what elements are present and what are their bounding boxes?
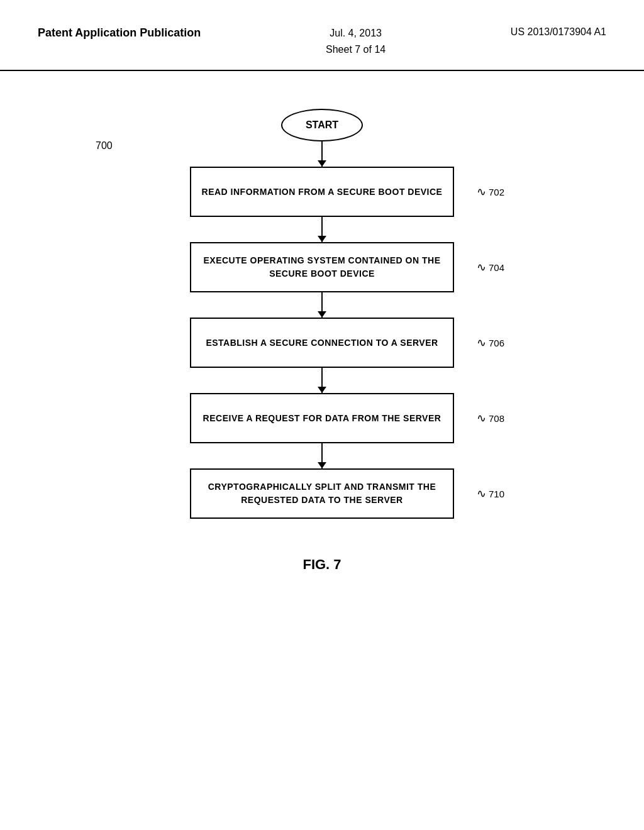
step-706-box: ESTABLISH A SECURE CONNECTION TO A SERVE… bbox=[190, 318, 454, 368]
step-710-label: ∿710 bbox=[477, 487, 504, 501]
main-content: 700 START READ INFORMATION FROM A SECURE… bbox=[0, 71, 644, 598]
step-710-wrapper: CRYPTOGRAPHICALLY SPLIT AND TRANSMIT THE… bbox=[190, 468, 454, 519]
page-header: Patent Application Publication Jul. 4, 2… bbox=[0, 0, 644, 71]
step-708-box: RECEIVE A REQUEST FOR DATA FROM THE SERV… bbox=[190, 393, 454, 443]
step-710-box: CRYPTOGRAPHICALLY SPLIT AND TRANSMIT THE… bbox=[190, 468, 454, 519]
step-708-wrapper: RECEIVE A REQUEST FOR DATA FROM THE SERV… bbox=[190, 393, 454, 443]
step-706-wrapper: ESTABLISH A SECURE CONNECTION TO A SERVE… bbox=[190, 318, 454, 368]
arrow-2 bbox=[321, 217, 323, 242]
step-704-box: EXECUTE OPERATING SYSTEM CONTAINED ON TH… bbox=[190, 242, 454, 292]
patent-number: US 2013/0173904 A1 bbox=[511, 25, 606, 39]
arrow-5 bbox=[321, 443, 323, 468]
start-oval: START bbox=[281, 109, 363, 141]
arrow-1 bbox=[321, 141, 323, 167]
arrow-4 bbox=[321, 368, 323, 393]
header-center-info: Jul. 4, 2013 Sheet 7 of 14 bbox=[326, 25, 386, 57]
flowchart: 700 START READ INFORMATION FROM A SECURE… bbox=[133, 109, 511, 519]
step-702-label: ∿702 bbox=[477, 185, 504, 199]
step-702-wrapper: READ INFORMATION FROM A SECURE BOOT DEVI… bbox=[190, 167, 454, 217]
step-704-label: ∿704 bbox=[477, 260, 504, 274]
arrow-3 bbox=[321, 292, 323, 318]
step-702-box: READ INFORMATION FROM A SECURE BOOT DEVI… bbox=[190, 167, 454, 217]
step-708-label: ∿708 bbox=[477, 411, 504, 425]
figure-caption: FIG. 7 bbox=[303, 556, 341, 573]
publication-title: Patent Application Publication bbox=[38, 25, 201, 41]
step-706-label: ∿706 bbox=[477, 336, 504, 350]
step-704-wrapper: EXECUTE OPERATING SYSTEM CONTAINED ON TH… bbox=[190, 242, 454, 292]
diagram-number-label: 700 bbox=[96, 140, 113, 152]
